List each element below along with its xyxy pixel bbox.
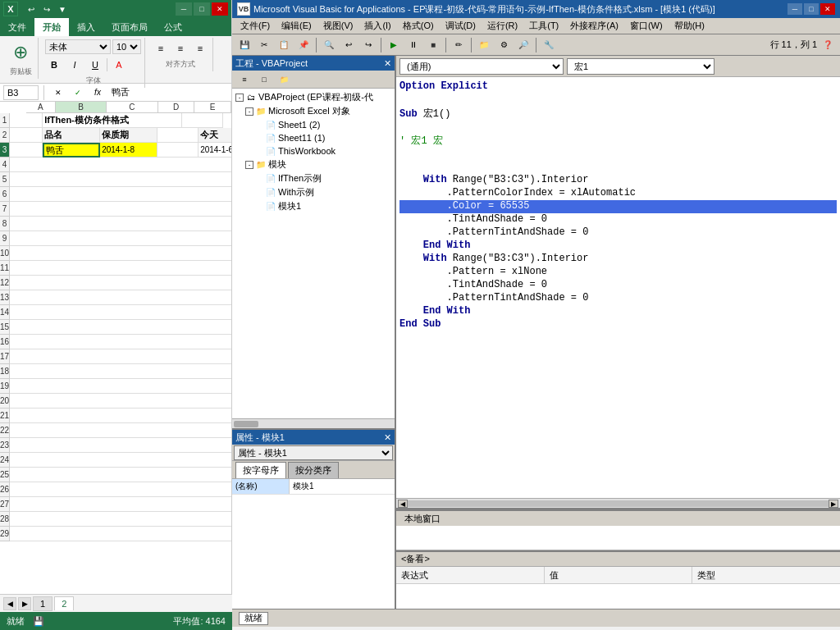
name-box[interactable]: B3 (3, 85, 39, 100)
prop-name-value[interactable]: 模块1 (290, 479, 395, 494)
tree-item-thisworkbook[interactable]: 📄 ThisWorkbook (234, 144, 393, 158)
row-header-22[interactable]: 22 (0, 423, 10, 438)
menu-file[interactable]: 文件(F) (235, 18, 275, 34)
cell-b2[interactable]: 品名 (43, 128, 100, 143)
menu-addins[interactable]: 外接程序(A) (565, 18, 623, 34)
cell-b3[interactable]: 鸭舌 (43, 143, 100, 158)
menu-help[interactable]: 帮助(H) (669, 18, 710, 34)
align-right-button[interactable]: ≡ (191, 39, 209, 57)
toolbar-toolbox[interactable]: 🔧 (540, 37, 558, 53)
menu-debug[interactable]: 调试(D) (441, 18, 481, 34)
scroll-left-btn[interactable]: ◀ (398, 500, 408, 508)
menu-window[interactable]: 窗口(W) (625, 18, 668, 34)
tree-item-module1[interactable]: 📄 模块1 (234, 199, 393, 213)
redo-button[interactable]: ↪ (40, 2, 53, 16)
props-tab-category[interactable]: 按分类序 (288, 462, 339, 478)
undo-button[interactable]: ↩ (25, 2, 38, 16)
toolbar-help[interactable]: ❓ (819, 37, 837, 53)
col-header-e[interactable]: E (194, 102, 231, 113)
tab-home[interactable]: 开始 (34, 18, 69, 36)
minimize-button[interactable]: ─ (176, 2, 192, 16)
row-header-29[interactable]: 29 (0, 527, 10, 541)
toolbar-run[interactable]: ▶ (385, 37, 403, 53)
tree-item-excel-objects[interactable]: - 📁 Microsoft Excel 对象 (234, 104, 393, 118)
row-header-23[interactable]: 23 (0, 438, 10, 453)
formula-input[interactable] (108, 88, 228, 98)
col-header-b[interactable]: B (56, 102, 107, 113)
tree-item-root[interactable]: - 🗂 VBAProject (EP课程-初级-代 (234, 90, 393, 104)
project-view-code[interactable]: ≡ (235, 71, 253, 88)
cell-e3[interactable]: 2014-1-6 (199, 143, 231, 158)
close-button[interactable]: ✕ (212, 2, 228, 16)
cell-e1[interactable] (182, 113, 223, 128)
project-toggle-folders[interactable]: 📁 (275, 71, 293, 88)
tree-item-modules[interactable]: - 📁 模块 (234, 158, 393, 171)
toolbar-paste[interactable]: 📌 (294, 37, 313, 53)
tree-item-sheet1[interactable]: 📄 Sheet1 (2) (234, 118, 393, 131)
row-header-12[interactable]: 12 (0, 276, 10, 290)
menu-view[interactable]: 视图(V) (318, 18, 358, 34)
menu-insert[interactable]: 插入(I) (359, 18, 395, 34)
save-icon[interactable]: 💾 (33, 616, 44, 627)
row-header-9[interactable]: 9 (0, 231, 10, 246)
tree-item-sheet11[interactable]: 📄 Sheet11 (1) (234, 131, 393, 144)
row-header-26[interactable]: 26 (0, 482, 10, 497)
cancel-formula-button[interactable]: ✕ (49, 84, 67, 102)
scroll-right-btn[interactable]: ▶ (829, 500, 838, 508)
object-combo[interactable]: (通用) (399, 58, 564, 75)
underline-button[interactable]: U (86, 56, 104, 74)
tree-item-with[interactable]: 📄 With示例 (234, 185, 393, 199)
insert-function-button[interactable]: fx (89, 84, 107, 102)
maximize-button[interactable]: □ (194, 2, 210, 16)
row-header-10[interactable]: 10 (0, 246, 10, 261)
col-header-a[interactable]: A (26, 102, 56, 113)
row-header-18[interactable]: 18 (0, 364, 10, 379)
tree-toggle-root[interactable]: - (235, 94, 244, 102)
toolbar-copy[interactable]: 📋 (275, 37, 293, 53)
col-header-c[interactable]: C (107, 102, 158, 113)
cell-a1[interactable] (10, 113, 43, 128)
row-header-7[interactable]: 7 (0, 202, 10, 217)
menu-format[interactable]: 格式(O) (398, 18, 439, 34)
cell-c2[interactable]: 保质期 (100, 128, 158, 143)
tree-toggle-modules[interactable]: - (245, 161, 253, 169)
toolbar-pause[interactable]: ⏸ (404, 37, 422, 53)
menu-tools[interactable]: 工具(T) (524, 18, 564, 34)
row-header-25[interactable]: 25 (0, 468, 10, 482)
confirm-formula-button[interactable]: ✓ (69, 84, 87, 102)
row-header-17[interactable]: 17 (0, 349, 10, 364)
toolbar-redo[interactable]: ↪ (359, 37, 377, 53)
row-header-2[interactable]: 2 (0, 128, 10, 143)
toolbar-cut[interactable]: ✂ (255, 37, 273, 53)
row-header-3[interactable]: 3 (0, 143, 10, 158)
row-header-24[interactable]: 24 (0, 453, 10, 468)
cell-a2[interactable] (10, 128, 43, 143)
tab-page-layout[interactable]: 页面布局 (103, 18, 156, 36)
toolbar-save[interactable]: 💾 (235, 37, 253, 53)
paste-button[interactable]: ⊕ (8, 39, 33, 66)
tab-insert[interactable]: 插入 (69, 18, 103, 36)
bold-button[interactable]: B (45, 56, 63, 74)
project-view-object[interactable]: □ (255, 71, 273, 88)
row-header-28[interactable]: 28 (0, 512, 10, 527)
props-object-select[interactable]: 属性 - 模块1 (234, 445, 393, 460)
row-header-13[interactable]: 13 (0, 290, 10, 305)
font-name-select[interactable]: 未体 (45, 39, 111, 54)
cell-d2[interactable] (158, 128, 199, 143)
vba-minimize[interactable]: ─ (788, 3, 802, 15)
props-tab-alpha[interactable]: 按字母序 (235, 462, 286, 478)
toolbar-object-browser[interactable]: 🔎 (514, 37, 532, 53)
scroll-sheets-left[interactable]: ◀ (3, 597, 16, 610)
immediate-content[interactable] (396, 526, 840, 550)
vba-close[interactable]: ✕ (820, 3, 835, 15)
font-color-button[interactable]: A (110, 56, 128, 74)
cell-e2[interactable]: 今天 (199, 128, 231, 143)
tree-item-ifthen[interactable]: 📄 IfThen示例 (234, 171, 393, 185)
align-center-button[interactable]: ≡ (171, 39, 189, 57)
row-header-16[interactable]: 16 (0, 335, 10, 349)
italic-button[interactable]: I (66, 56, 84, 74)
project-close[interactable]: ✕ (384, 58, 391, 69)
toolbar-design-mode[interactable]: ✏ (450, 37, 468, 53)
row-header-5[interactable]: 5 (0, 172, 10, 187)
row-header-27[interactable]: 27 (0, 497, 10, 512)
